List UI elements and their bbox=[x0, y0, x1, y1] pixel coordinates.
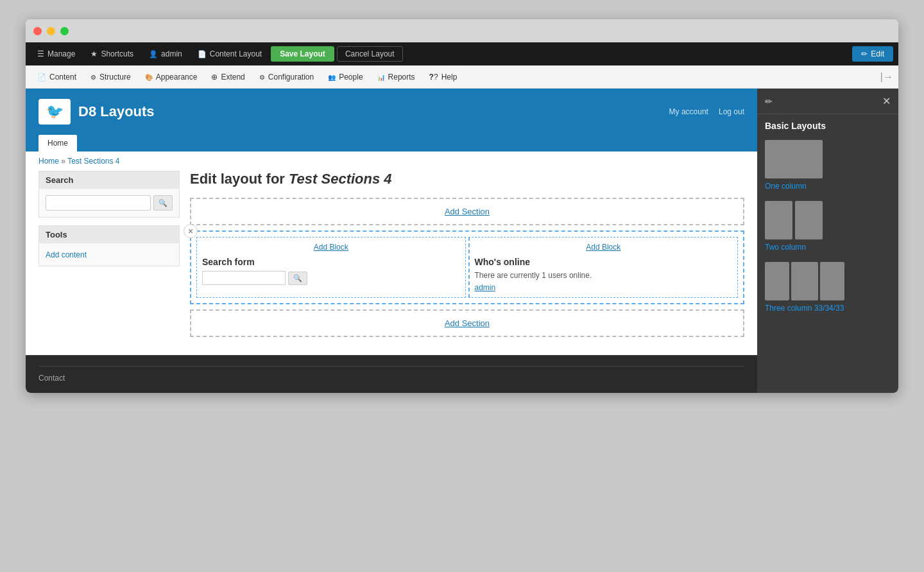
layout-section: × Add Block Search form bbox=[190, 230, 744, 304]
search-block: Search bbox=[38, 171, 180, 218]
nav-extend[interactable]: Extend bbox=[205, 70, 251, 84]
pencil-icon bbox=[861, 49, 868, 58]
tools-block-title: Tools bbox=[39, 226, 179, 243]
nav-appearance-label: Appearance bbox=[156, 73, 198, 82]
nav-extend-label: Extend bbox=[221, 73, 244, 82]
manage-icon bbox=[37, 49, 44, 58]
three-column-preview bbox=[765, 262, 891, 300]
nav-configuration[interactable]: Configuration bbox=[253, 70, 320, 84]
content-main: Edit layout for Test Sections 4 Add Sect… bbox=[190, 171, 744, 342]
search-input[interactable] bbox=[46, 195, 151, 211]
nav-help-label: Help bbox=[441, 73, 458, 82]
add-content-link[interactable]: Add content bbox=[46, 250, 87, 259]
shortcuts-button[interactable]: Shortcuts bbox=[84, 47, 140, 61]
tools-block-content: Add content bbox=[39, 243, 179, 266]
two-col-preview-right bbox=[795, 201, 823, 239]
breadcrumb-current[interactable]: Test Sections 4 bbox=[67, 157, 119, 166]
content-layout-label: Content Layout bbox=[210, 49, 262, 58]
nav-reports-label: Reports bbox=[388, 73, 415, 82]
panel-close-button[interactable]: ✕ bbox=[882, 95, 891, 107]
remove-section-button[interactable]: × bbox=[184, 224, 198, 238]
site-header: 🐦 D8 Layouts My account Log out bbox=[26, 89, 757, 135]
two-column-option[interactable]: Two column bbox=[757, 196, 898, 257]
main-area: 🐦 D8 Layouts My account Log out Home Hom… bbox=[26, 89, 898, 393]
right-panel: ✏ ✕ Basic Layouts One column Two column bbox=[757, 89, 898, 393]
add-section-bottom-link[interactable]: Add Section bbox=[445, 318, 490, 328]
panel-pencil-icon[interactable]: ✏ bbox=[765, 96, 773, 107]
nav-appearance[interactable]: Appearance bbox=[139, 70, 204, 84]
admin-button[interactable]: admin bbox=[142, 47, 189, 61]
add-block-right-link[interactable]: Add Block bbox=[475, 243, 733, 252]
online-text: There are currently 1 users online. bbox=[475, 271, 733, 280]
block-search-wrap bbox=[202, 271, 460, 285]
page-title: Edit layout for Test Sections 4 bbox=[190, 171, 744, 187]
one-column-label[interactable]: One column bbox=[765, 182, 807, 191]
config-icon bbox=[259, 73, 265, 82]
tools-block: Tools Add content bbox=[38, 225, 180, 266]
my-account-link[interactable]: My account bbox=[669, 107, 708, 116]
one-column-option[interactable]: One column bbox=[757, 135, 898, 196]
cancel-layout-button[interactable]: Cancel Layout bbox=[337, 46, 403, 62]
shortcuts-label: Shortcuts bbox=[101, 49, 133, 58]
title-bar bbox=[26, 19, 898, 42]
nav-help[interactable]: ? Help bbox=[423, 70, 464, 84]
right-panel-header: ✏ ✕ bbox=[757, 89, 898, 114]
edit-button[interactable]: Edit bbox=[852, 46, 893, 62]
block-search-input[interactable] bbox=[202, 271, 286, 285]
nav-config-label: Configuration bbox=[268, 73, 314, 82]
search-form-title: Search form bbox=[202, 257, 460, 267]
breadcrumb-home[interactable]: Home bbox=[38, 157, 59, 166]
whos-online-title: Who's online bbox=[475, 257, 733, 267]
search-block-title: Search bbox=[39, 171, 179, 189]
col-right: Add Block Who's online There are current… bbox=[468, 237, 739, 298]
star-icon bbox=[90, 49, 98, 58]
nav-content-label: Content bbox=[49, 73, 76, 82]
header-links: My account Log out bbox=[669, 107, 744, 116]
add-section-bottom: Add Section bbox=[190, 309, 744, 337]
nav-structure[interactable]: Structure bbox=[84, 70, 137, 84]
manage-button[interactable]: Manage bbox=[31, 47, 81, 61]
search-icon bbox=[158, 198, 167, 207]
nav-structure-label: Structure bbox=[99, 73, 131, 82]
search-button[interactable] bbox=[153, 195, 173, 211]
admin-link[interactable]: admin bbox=[475, 283, 496, 292]
one-column-preview bbox=[765, 140, 823, 178]
three-column-label[interactable]: Three column 33/34/33 bbox=[765, 304, 844, 313]
nav-people-label: People bbox=[339, 73, 363, 82]
add-block-left-link[interactable]: Add Block bbox=[202, 243, 460, 252]
two-column-label[interactable]: Two column bbox=[765, 243, 806, 252]
title-prefix: Edit layout for bbox=[190, 171, 289, 187]
admin-toolbar: Manage Shortcuts admin Content Layout Sa… bbox=[26, 42, 898, 65]
close-dot[interactable] bbox=[33, 27, 42, 35]
reports-icon bbox=[377, 73, 385, 82]
nav-content[interactable]: Content bbox=[31, 70, 83, 84]
home-nav-button[interactable]: Home bbox=[38, 135, 77, 152]
block-search-button[interactable] bbox=[288, 272, 307, 285]
save-layout-button[interactable]: Save Layout bbox=[271, 46, 334, 62]
help-icon: ? bbox=[429, 73, 438, 82]
three-col-preview-left bbox=[765, 262, 789, 300]
nav-reports[interactable]: Reports bbox=[371, 70, 422, 84]
nav-separator: |→ bbox=[880, 71, 893, 83]
extend-icon bbox=[211, 73, 218, 82]
two-col-preview-left bbox=[765, 201, 792, 239]
panel-title: Basic Layouts bbox=[757, 114, 898, 135]
appearance-icon bbox=[145, 73, 153, 82]
log-out-link[interactable]: Log out bbox=[719, 107, 744, 116]
two-col-layout: Add Block Search form Add bbox=[196, 237, 738, 298]
site-footer: Contact bbox=[26, 355, 757, 393]
breadcrumb: Home » Test Sections 4 bbox=[26, 152, 757, 171]
content-nav-icon bbox=[37, 73, 46, 82]
three-column-option[interactable]: Three column 33/34/33 bbox=[757, 257, 898, 318]
content-icon bbox=[198, 49, 207, 58]
site-nav: Home bbox=[26, 135, 757, 152]
maximize-dot[interactable] bbox=[60, 27, 69, 35]
nav-people[interactable]: People bbox=[321, 70, 369, 84]
content-layout-button[interactable]: Content Layout bbox=[191, 47, 268, 61]
site-title: D8 Layouts bbox=[78, 103, 155, 120]
minimize-dot[interactable] bbox=[47, 27, 55, 35]
contact-link[interactable]: Contact bbox=[38, 374, 65, 383]
save-layout-label: Save Layout bbox=[280, 49, 325, 58]
add-section-top-link[interactable]: Add Section bbox=[445, 207, 490, 216]
page-wrapper: 🐦 D8 Layouts My account Log out Home Hom… bbox=[26, 89, 757, 393]
